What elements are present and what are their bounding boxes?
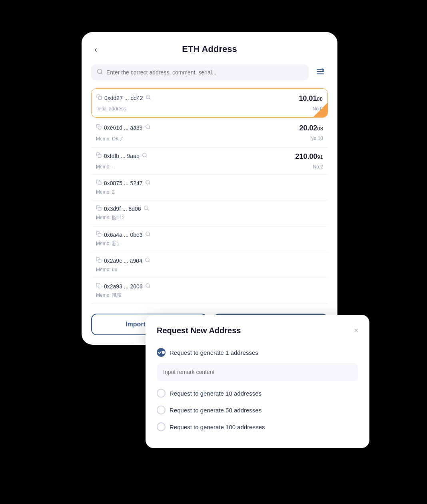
modal-overlay: Request New Address × Request to generat… bbox=[146, 315, 369, 448]
scan-icon[interactable] bbox=[145, 231, 151, 238]
filter-button[interactable] bbox=[313, 64, 328, 80]
address-item[interactable]: 0x0875 ... 5247 Memo: 2 bbox=[91, 175, 328, 200]
radio-label-2: Request to generate 10 addresses bbox=[170, 390, 261, 397]
search-bar bbox=[91, 64, 328, 80]
svg-rect-23 bbox=[98, 259, 101, 262]
svg-line-7 bbox=[149, 98, 150, 100]
back-button[interactable]: ‹ bbox=[91, 43, 100, 56]
svg-rect-8 bbox=[98, 126, 101, 129]
search-wrapper bbox=[91, 64, 309, 80]
radio-option-4[interactable]: Request to generate 100 addresses bbox=[157, 418, 358, 435]
search-input[interactable] bbox=[106, 69, 303, 76]
copy-icon[interactable] bbox=[96, 124, 102, 131]
radio-option-2[interactable]: Request to generate 10 addresses bbox=[157, 385, 358, 402]
radio-label-1: Request to generate 1 addresses bbox=[170, 349, 258, 356]
svg-rect-14 bbox=[98, 182, 101, 185]
radio-label-4: Request to generate 100 addresses bbox=[170, 424, 265, 430]
address-item[interactable]: 0xe61d ... aa39 20.0208 Memo: OK了 No.10 bbox=[91, 119, 328, 148]
svg-line-22 bbox=[149, 235, 150, 236]
amount-decimal: 08 bbox=[317, 126, 323, 132]
address-item[interactable]: 0x2a93 ... 2006 Memo: 哦哦 bbox=[91, 278, 328, 304]
copy-icon[interactable] bbox=[96, 152, 102, 159]
address-text: 0x0875 ... 5247 bbox=[104, 180, 143, 186]
svg-line-1 bbox=[101, 73, 102, 74]
copy-icon[interactable] bbox=[96, 257, 102, 264]
address-list: 0xdd27 ... dd42 10.0188 Initial address … bbox=[91, 88, 328, 304]
address-text: 0xdd27 ... dd42 bbox=[104, 95, 143, 101]
page-title: ETH Address bbox=[182, 44, 237, 54]
address-number: No.10 bbox=[310, 136, 323, 142]
amount-decimal: 88 bbox=[317, 96, 323, 102]
svg-line-28 bbox=[149, 287, 150, 288]
amount-decimal: 91 bbox=[317, 154, 323, 160]
request-new-address-modal: Request New Address × Request to generat… bbox=[146, 315, 369, 448]
modal-title: Request New Address bbox=[157, 326, 241, 335]
radio-circle-3 bbox=[157, 406, 166, 414]
scan-icon[interactable] bbox=[145, 124, 151, 131]
svg-rect-5 bbox=[98, 96, 102, 100]
svg-line-19 bbox=[147, 209, 148, 210]
address-memo: Memo: 圆112 bbox=[96, 215, 125, 220]
scan-icon[interactable] bbox=[145, 257, 150, 264]
svg-line-10 bbox=[149, 128, 150, 129]
svg-rect-20 bbox=[98, 233, 101, 236]
remark-input[interactable] bbox=[157, 363, 358, 381]
address-memo: Initial address bbox=[96, 106, 126, 112]
address-item[interactable]: 0xfdfb ... 9aab 210.0091 Memo: - No.2 bbox=[91, 148, 328, 175]
copy-icon[interactable] bbox=[96, 94, 102, 101]
address-item[interactable]: 0xdd27 ... dd42 10.0188 Initial address … bbox=[91, 88, 328, 118]
address-number: No.2 bbox=[313, 164, 323, 170]
search-icon bbox=[97, 68, 103, 76]
radio-option-3[interactable]: Request to generate 50 addresses bbox=[157, 402, 358, 418]
active-indicator bbox=[313, 103, 327, 117]
copy-icon[interactable] bbox=[96, 205, 102, 212]
address-text: 0xfdfb ... 9aab bbox=[104, 153, 140, 159]
scan-icon[interactable] bbox=[145, 283, 151, 290]
scan-icon[interactable] bbox=[144, 205, 149, 212]
scan-icon[interactable] bbox=[145, 180, 151, 186]
radio-option-1[interactable]: Request to generate 1 addresses bbox=[157, 344, 358, 361]
address-memo: Memo: 哦哦 bbox=[96, 292, 122, 298]
modal-header: Request New Address × bbox=[157, 326, 358, 335]
radio-circle-1 bbox=[157, 348, 166, 357]
svg-line-25 bbox=[148, 261, 150, 262]
svg-line-13 bbox=[146, 156, 147, 158]
radio-circle-4 bbox=[157, 422, 166, 431]
copy-icon[interactable] bbox=[96, 231, 102, 238]
scan-icon[interactable] bbox=[142, 152, 148, 159]
svg-rect-17 bbox=[98, 207, 101, 210]
address-text: 0x3d9f ... 8d06 bbox=[104, 206, 141, 212]
radio-circle-2 bbox=[157, 389, 166, 398]
address-memo: Memo: 新1 bbox=[96, 241, 120, 246]
address-memo: Memo: - bbox=[96, 164, 114, 170]
svg-line-16 bbox=[149, 184, 150, 185]
svg-rect-11 bbox=[98, 154, 101, 158]
amount-main: 210.0091 bbox=[295, 152, 323, 160]
svg-rect-26 bbox=[98, 285, 101, 288]
amount-main: 10.0188 bbox=[299, 94, 323, 102]
header: ‹ ETH Address bbox=[91, 44, 328, 54]
address-memo: Memo: OK了 bbox=[96, 136, 124, 142]
modal-close-button[interactable]: × bbox=[354, 326, 358, 335]
address-memo: Memo: 2 bbox=[96, 189, 115, 195]
copy-icon[interactable] bbox=[96, 283, 102, 290]
main-card: ‹ ETH Address bbox=[82, 32, 337, 345]
address-text: 0x6a4a ... 0be3 bbox=[104, 232, 143, 238]
address-text: 0x2a93 ... 2006 bbox=[104, 283, 143, 290]
address-text: 0xe61d ... aa39 bbox=[104, 124, 143, 131]
address-item[interactable]: 0x2a9c ... a904 Memo: uu bbox=[91, 252, 328, 278]
address-text: 0x2a9c ... a904 bbox=[104, 258, 142, 264]
amount-main: 20.0208 bbox=[299, 124, 323, 132]
address-item[interactable]: 0x6a4a ... 0be3 Memo: 新1 bbox=[91, 226, 328, 252]
address-item[interactable]: 0x3d9f ... 8d06 Memo: 圆112 bbox=[91, 200, 328, 226]
scan-icon[interactable] bbox=[146, 94, 151, 101]
copy-icon[interactable] bbox=[96, 180, 102, 186]
address-memo: Memo: uu bbox=[96, 267, 117, 272]
radio-label-3: Request to generate 50 addresses bbox=[170, 407, 261, 414]
